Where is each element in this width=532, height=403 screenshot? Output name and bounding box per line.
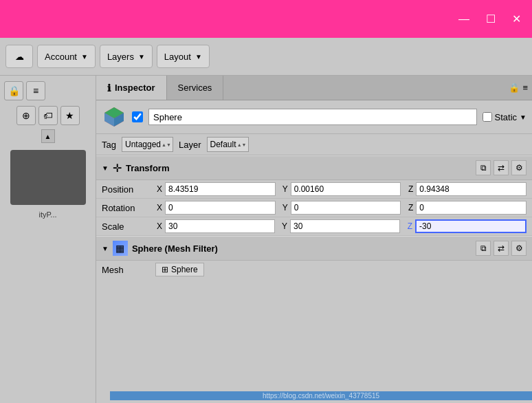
scale-y-input[interactable] [290, 219, 400, 233]
transform-settings[interactable]: ⚙ [511, 160, 527, 175]
rotation-z-input[interactable] [416, 201, 527, 215]
mesh-collapse-arrow[interactable]: ▼ [102, 245, 109, 252]
position-x-input[interactable] [165, 182, 276, 196]
static-label-text: Static [495, 112, 518, 122]
position-y-label: Y [278, 184, 288, 194]
rotation-row: Rotation X Y Z [96, 199, 532, 217]
scene-object[interactable] [10, 150, 86, 205]
position-y-input[interactable] [291, 182, 401, 196]
transform-tools: ⧉ ⇄ ⚙ [476, 160, 527, 175]
services-tab-label: Services [178, 83, 212, 93]
tag-icon-btn[interactable]: 🏷 [38, 106, 58, 125]
scale-y-label: Y [278, 221, 287, 231]
scale-label: Scale [102, 221, 150, 232]
account-button[interactable]: Account ▼ [37, 45, 96, 68]
star-icon-btn[interactable]: ★ [60, 106, 80, 125]
title-bar: — ☐ ✕ [0, 0, 532, 38]
tag-layer-row: Tag Untagged Layer Default [96, 134, 532, 155]
mesh-tool-1[interactable]: ⧉ [476, 241, 491, 256]
tab-services[interactable]: Services [167, 76, 224, 100]
tag-label: Tag [102, 140, 116, 150]
position-x-label: X [153, 184, 162, 194]
scale-row: Scale X Y Z [96, 217, 532, 236]
layer-select[interactable]: Default [207, 137, 249, 152]
mesh-filter-title: Sphere (Mesh Filter) [132, 243, 472, 254]
left-sidebar: 🔒 ≡ ⊕ 🏷 ★ ▲ ityP... [0, 76, 96, 403]
layer-label: Layer [179, 140, 201, 150]
position-label: Position [102, 184, 150, 195]
mesh-sphere-icon: ⊞ [162, 265, 168, 274]
transform-title: Transform [126, 163, 472, 173]
mesh-filter-tools: ⧉ ⇄ ⚙ [476, 241, 527, 256]
static-control: Static ▼ [483, 112, 527, 122]
tab-bar-right: 🔒 ≡ [505, 76, 532, 100]
rotation-label: Rotation [102, 203, 150, 213]
static-checkbox[interactable] [483, 112, 492, 122]
static-dropdown-arrow[interactable]: ▼ [520, 113, 527, 121]
object-active-checkbox[interactable] [132, 111, 143, 122]
position-row: Position X Y Z [96, 180, 532, 199]
lock-icon-btn[interactable]: 🔒 [4, 81, 23, 100]
scroll-up-arrow[interactable]: ▲ [41, 129, 55, 143]
scene-label: ityP... [38, 210, 56, 219]
mesh-filter-section-header: ▼ ▦ Sphere (Mesh Filter) ⧉ ⇄ ⚙ [96, 236, 532, 261]
layer-select-wrap[interactable]: Default [207, 137, 249, 152]
minimize-button[interactable]: — [458, 13, 469, 25]
transform-collapse-arrow[interactable]: ▼ [102, 164, 109, 172]
scale-x-label: X [153, 221, 162, 231]
transform-icon: ✛ [113, 162, 122, 175]
menu-icon-btn[interactable]: ≡ [26, 81, 45, 100]
lock-icon: 🔒 [509, 83, 520, 93]
transform-tool-2[interactable]: ⇄ [494, 160, 509, 175]
position-z-label: Z [403, 184, 413, 194]
right-panel: ℹ Inspector Services 🔒 ≡ [96, 76, 532, 403]
cursor-icon-btn[interactable]: ⊕ [16, 106, 36, 125]
object-name-input[interactable] [148, 109, 477, 125]
layers-button[interactable]: Layers ▼ [100, 45, 153, 68]
rotation-y-label: Y [278, 203, 288, 213]
close-button[interactable]: ✕ [512, 12, 521, 25]
maximize-button[interactable]: ☐ [486, 12, 496, 25]
menu-icon: ≡ [522, 83, 528, 93]
mesh-row: Mesh ⊞ Sphere [96, 261, 532, 279]
tag-select-wrap[interactable]: Untagged [122, 137, 173, 152]
layers-arrow: ▼ [138, 53, 145, 61]
mesh-settings[interactable]: ⚙ [511, 241, 527, 256]
account-label: Account [45, 52, 77, 62]
mesh-value[interactable]: ⊞ Sphere [155, 263, 204, 276]
rotation-x-label: X [153, 203, 162, 213]
object-cube-icon [102, 105, 126, 129]
transform-tool-1[interactable]: ⧉ [476, 160, 491, 175]
mesh-tool-2[interactable]: ⇄ [494, 241, 509, 256]
rotation-y-input[interactable] [291, 201, 401, 215]
tag-select[interactable]: Untagged [122, 137, 173, 152]
object-header: Static ▼ [96, 100, 532, 134]
layers-label: Layers [107, 52, 134, 62]
inspector-tab-label: Inspector [115, 83, 155, 93]
layout-label: Layout [164, 52, 191, 62]
tab-bar: ℹ Inspector Services 🔒 ≡ [96, 76, 532, 100]
account-arrow: ▼ [81, 53, 88, 61]
rotation-x-input[interactable] [165, 201, 276, 215]
cloud-icon: ☁ [15, 52, 24, 62]
scale-z-label: Z [403, 221, 412, 231]
main-area: 🔒 ≡ ⊕ 🏷 ★ ▲ ityP... ℹ Inspector [0, 76, 532, 403]
mesh-label: Mesh [102, 265, 150, 275]
cloud-button[interactable]: ☁ [5, 45, 33, 68]
tab-inspector[interactable]: ℹ Inspector [96, 76, 167, 100]
scale-x-input[interactable] [165, 219, 275, 233]
layout-arrow: ▼ [195, 53, 202, 61]
layout-button[interactable]: Layout ▼ [157, 45, 210, 68]
mesh-value-text: Sphere [171, 265, 198, 274]
scale-z-input[interactable] [415, 219, 527, 233]
position-z-input[interactable] [416, 182, 527, 196]
transform-section-header: ▼ ✛ Transform ⧉ ⇄ ⚙ [96, 155, 532, 180]
rotation-z-label: Z [403, 203, 413, 213]
toolbar: ☁ Account ▼ Layers ▼ Layout ▼ [0, 38, 532, 76]
mesh-filter-icon: ▦ [113, 241, 128, 256]
inspector-content: Static ▼ Tag Untagged Layer D [96, 100, 532, 403]
info-icon: ℹ [107, 83, 111, 94]
